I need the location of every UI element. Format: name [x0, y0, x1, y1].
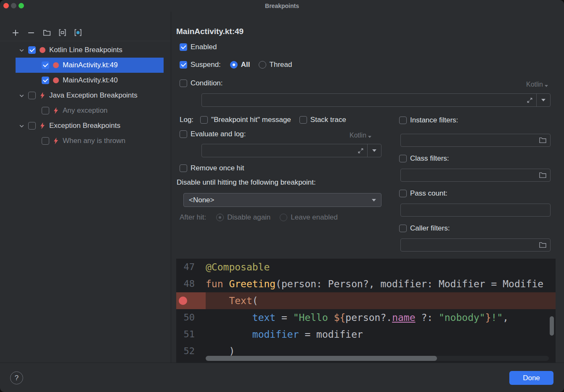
- breakpoint-gutter-cell[interactable]: [176, 292, 206, 309]
- condition-input[interactable]: [202, 94, 523, 106]
- group-by-class-button[interactable]: [73, 28, 83, 38]
- breakpoint-enabled-checkbox[interactable]: [28, 46, 36, 54]
- group-by-file-button[interactable]: [42, 28, 52, 38]
- remove-breakpoint-button[interactable]: [26, 28, 36, 38]
- pass-count-row: Pass count:: [399, 189, 447, 198]
- breakpoint-enabled-checkbox[interactable]: [42, 61, 49, 69]
- enabled-label: Enabled: [191, 43, 217, 51]
- disable-until-dropdown[interactable]: <None>: [183, 193, 381, 207]
- caller-filters-checkbox[interactable]: [399, 225, 407, 232]
- evaluate-checkbox[interactable]: [180, 130, 187, 138]
- line-number[interactable]: 52: [176, 343, 206, 360]
- breakpoint-tree-item[interactable]: When any is thrown: [16, 133, 164, 148]
- remove-once-checkbox[interactable]: [180, 164, 187, 172]
- chevron-down-icon[interactable]: [18, 122, 25, 129]
- chevron-down-icon: [368, 136, 371, 138]
- pass-count-label: Pass count:: [410, 189, 447, 198]
- stack-trace-label: Stack trace: [310, 116, 346, 124]
- condition-language-selector[interactable]: Kotlin: [526, 81, 548, 88]
- breakpoint-enabled-checkbox[interactable]: [28, 92, 36, 99]
- zoom-window-button[interactable]: [19, 3, 24, 8]
- suspend-thread-radio[interactable]: [259, 61, 266, 69]
- exception-breakpoint-icon: [39, 122, 46, 129]
- evaluate-input[interactable]: [202, 144, 354, 157]
- class-filters-input[interactable]: [401, 172, 535, 179]
- breakpoint-tree-item[interactable]: Any exception: [16, 103, 164, 118]
- add-breakpoint-button[interactable]: [11, 28, 21, 38]
- minimize-window-button[interactable]: [11, 3, 16, 8]
- expand-editor-icon[interactable]: [354, 144, 367, 157]
- browse-instance-filters-button[interactable]: [535, 137, 550, 143]
- condition-checkbox[interactable]: [180, 79, 187, 87]
- window-title: Breakpoints: [265, 3, 299, 9]
- remove-icon: [27, 29, 35, 37]
- chevron-down-icon: [541, 99, 545, 101]
- pass-count-checkbox[interactable]: [399, 190, 407, 197]
- line-number[interactable]: 50: [176, 309, 206, 326]
- breakpoint-enabled-checkbox[interactable]: [28, 122, 36, 130]
- browse-caller-filters-button[interactable]: [535, 242, 550, 248]
- code-lines: 47@Composable48fun Greeting(person: Pers…: [176, 259, 556, 360]
- breakpoint-tree-item[interactable]: MainActivity.kt:40: [16, 73, 164, 88]
- line-number[interactable]: 47: [176, 259, 206, 275]
- after-hit-row: After hit: Disable again Leave enabled: [180, 213, 338, 222]
- done-button[interactable]: Done: [509, 371, 553, 385]
- horizontal-scrollbar[interactable]: [206, 356, 437, 361]
- browse-class-filters-button[interactable]: [535, 172, 550, 178]
- suspend-all-radio[interactable]: [230, 61, 238, 69]
- remove-once-row: Remove once hit: [180, 164, 244, 172]
- chevron-down-icon[interactable]: [18, 47, 25, 53]
- code-text: Text(: [206, 292, 258, 309]
- caller-filters-field: [400, 238, 551, 252]
- line-number[interactable]: 48: [176, 275, 206, 292]
- leave-enabled-label: Leave enabled: [291, 213, 338, 222]
- remove-once-label: Remove once hit: [191, 164, 244, 172]
- enabled-checkbox[interactable]: [180, 43, 187, 51]
- breakpoint-enabled-checkbox[interactable]: [42, 77, 49, 84]
- instance-filters-input[interactable]: [401, 137, 535, 144]
- condition-label: Condition:: [191, 79, 223, 87]
- class-filters-label: Class filters:: [410, 154, 449, 163]
- line-number[interactable]: 51: [176, 326, 206, 343]
- expand-editor-icon[interactable]: [523, 94, 536, 106]
- leave-enabled-radio[interactable]: [280, 214, 287, 221]
- exception-breakpoint-icon: [53, 107, 59, 114]
- instance-filters-field: [400, 134, 551, 147]
- traffic-lights: [3, 3, 24, 8]
- breakpoint-dot[interactable]: [179, 297, 187, 305]
- breakpoint-tree-item[interactable]: Java Exception Breakpoints: [16, 88, 164, 103]
- folder-icon: [539, 242, 546, 248]
- log-message-label: "Breakpoint hit" message: [211, 116, 291, 124]
- breakpoint-tree-item[interactable]: Kotlin Line Breakpoints: [16, 42, 164, 58]
- stack-trace-checkbox[interactable]: [299, 116, 307, 124]
- enabled-row: Enabled: [180, 43, 217, 51]
- breakpoint-tree-item[interactable]: Exception Breakpoints: [16, 118, 164, 133]
- condition-history-dropdown[interactable]: [536, 94, 550, 106]
- tree-item-label: Kotlin Line Breakpoints: [49, 46, 122, 54]
- code-line: Text(: [176, 292, 556, 309]
- disable-again-radio[interactable]: [216, 214, 224, 221]
- instance-filters-checkbox[interactable]: [399, 117, 407, 124]
- log-message-checkbox[interactable]: [200, 116, 208, 124]
- code-preview-editor: 47@Composable48fun Greeting(person: Pers…: [176, 259, 556, 363]
- class-filters-checkbox[interactable]: [399, 155, 407, 162]
- evaluate-history-dropdown[interactable]: [367, 144, 381, 157]
- help-button[interactable]: ?: [10, 371, 23, 384]
- pass-count-input[interactable]: [401, 207, 550, 214]
- caller-filters-input[interactable]: [401, 241, 535, 249]
- breakpoint-icon: [53, 77, 59, 83]
- breakpoint-enabled-checkbox[interactable]: [42, 107, 49, 114]
- breakpoint-tree-item[interactable]: MainActivity.kt:49: [16, 58, 164, 73]
- vertical-scrollbar[interactable]: [550, 316, 554, 336]
- evaluate-language-selector[interactable]: Kotlin: [350, 132, 371, 139]
- move-to-group-button[interactable]: [57, 28, 67, 38]
- suspend-checkbox[interactable]: [180, 61, 187, 69]
- breakpoint-detail-panel: MainActivity.kt:49 Enabled Suspend: All …: [171, 12, 564, 363]
- tree-item-label: MainActivity.kt:49: [63, 61, 118, 69]
- tree-item-label: Java Exception Breakpoints: [49, 91, 138, 100]
- breakpoint-enabled-checkbox[interactable]: [42, 137, 49, 145]
- chevron-down-icon[interactable]: [18, 92, 25, 99]
- folder-icon: [539, 172, 546, 178]
- evaluate-label: Evaluate and log:: [191, 130, 246, 138]
- close-window-button[interactable]: [3, 3, 9, 8]
